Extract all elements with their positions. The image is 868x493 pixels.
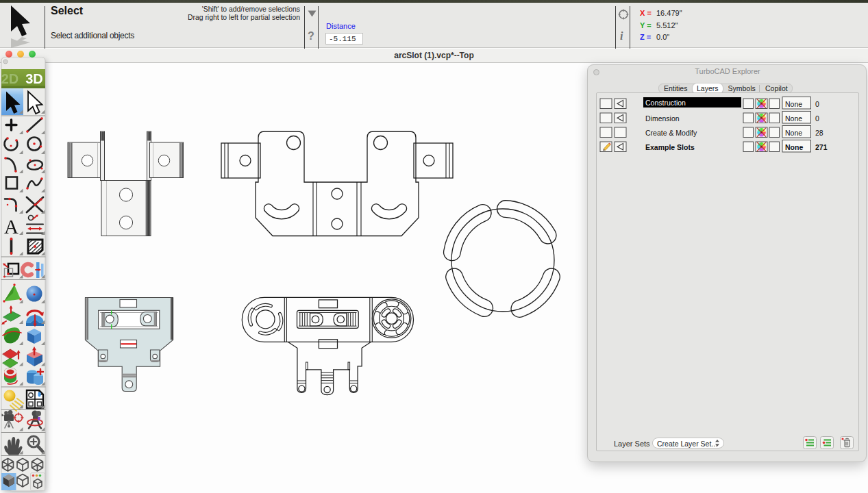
svg-text:2D: 2D <box>1 71 19 86</box>
svg-text:A: A <box>4 216 18 238</box>
svg-text:3D: 3D <box>25 71 43 86</box>
